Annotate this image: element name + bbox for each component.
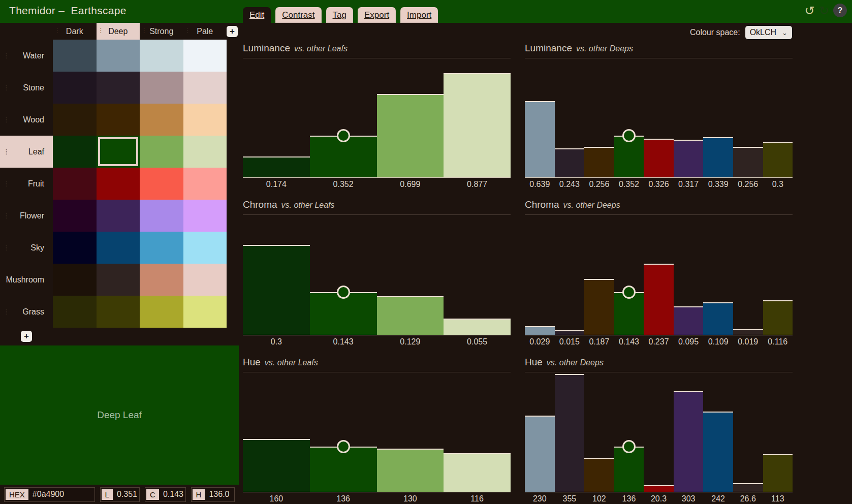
l-value[interactable]: 0.351 <box>113 490 137 499</box>
undo-icon[interactable]: ↺ <box>805 4 815 17</box>
drag-handle-icon[interactable]: ⋮ <box>3 116 10 123</box>
swatch-leaf-pale[interactable] <box>183 136 227 168</box>
h-value[interactable]: 136.0 <box>205 490 229 499</box>
drag-handle-icon[interactable]: ⋮ <box>141 27 147 34</box>
swatch-stone-strong[interactable] <box>140 72 183 104</box>
hex-field[interactable]: HEX #0a4900 <box>4 487 95 502</box>
swatch-mushroom-pale[interactable] <box>183 264 227 296</box>
tab-export[interactable]: Export <box>358 7 396 23</box>
swatch-water-strong[interactable] <box>140 40 183 72</box>
value-label-deep-sky: 0.109 <box>703 335 733 346</box>
value-label-deep-leaf: 0.143 <box>310 335 377 346</box>
swatch-sky-pale[interactable] <box>183 232 227 264</box>
row-label-text: Wood <box>23 115 44 124</box>
drag-handle-icon[interactable]: ⋮ <box>54 27 60 34</box>
swatch-flower-strong[interactable] <box>140 200 183 232</box>
drag-handle-icon[interactable]: ⋮ <box>3 148 10 155</box>
row-label-fruit[interactable]: ⋮Fruit <box>0 168 53 200</box>
row-label-mushroom[interactable]: ⋮Mushroom <box>0 264 53 296</box>
value-label-deep-leaf: 136 <box>310 492 377 503</box>
column-header-pale[interactable]: ⋮Pale <box>183 23 227 40</box>
selected-color-marker[interactable] <box>337 129 350 142</box>
swatch-sky-dark[interactable] <box>53 232 97 264</box>
tab-edit[interactable]: Edit <box>243 7 271 23</box>
column-header-dark[interactable]: ⋮Dark <box>53 23 97 40</box>
swatch-stone-pale[interactable] <box>183 72 227 104</box>
drag-handle-icon[interactable]: ⋮ <box>3 244 10 251</box>
swatch-mushroom-deep[interactable] <box>97 264 140 296</box>
drag-handle-icon[interactable]: ⋮ <box>98 27 104 34</box>
row-label-water[interactable]: ⋮Water <box>0 40 53 72</box>
swatch-sky-deep[interactable] <box>97 232 140 264</box>
swatch-mushroom-dark[interactable] <box>53 264 97 296</box>
row-label-grass[interactable]: ⋮Grass <box>0 296 53 328</box>
bar-deep-fruit <box>644 264 674 335</box>
c-value[interactable]: 0.143 <box>159 490 183 499</box>
selected-color-marker[interactable] <box>622 129 636 142</box>
drag-handle-icon[interactable]: ⋮ <box>3 180 10 187</box>
swatch-grass-pale[interactable] <box>183 296 227 328</box>
drag-handle-icon[interactable]: ⋮ <box>3 212 10 219</box>
swatch-wood-pale[interactable] <box>183 104 227 136</box>
bar-deep-sky <box>703 302 733 335</box>
selected-color-marker[interactable] <box>337 286 350 299</box>
selected-color-marker[interactable] <box>622 286 636 299</box>
swatch-flower-dark[interactable] <box>53 200 97 232</box>
hex-value[interactable]: #0a4900 <box>28 490 64 499</box>
swatch-grass-strong[interactable] <box>140 296 183 328</box>
swatch-leaf-dark[interactable] <box>53 136 97 168</box>
swatch-stone-dark[interactable] <box>53 72 97 104</box>
swatch-mushroom-strong[interactable] <box>140 264 183 296</box>
selected-color-marker[interactable] <box>337 440 350 453</box>
swatch-fruit-strong[interactable] <box>140 168 183 200</box>
topbar-icons: ↺ ↻ ? <box>805 4 847 17</box>
row-label-sky[interactable]: ⋮Sky <box>0 232 53 264</box>
swatch-water-dark[interactable] <box>53 40 97 72</box>
swatch-fruit-pale[interactable] <box>183 168 227 200</box>
swatch-water-pale[interactable] <box>183 40 227 72</box>
tab-contrast[interactable]: Contrast <box>275 7 321 23</box>
swatch-water-deep[interactable] <box>97 40 140 72</box>
drag-handle-icon[interactable]: ⋮ <box>3 276 10 284</box>
l-field[interactable]: L 0.351 <box>100 487 140 502</box>
drag-handle-icon[interactable]: ⋮ <box>3 52 10 59</box>
colour-space-select[interactable]: OkLCH ⌄ <box>745 25 793 40</box>
bar-deep-grass <box>763 142 793 177</box>
swatch-grass-deep[interactable] <box>97 296 140 328</box>
tab-tag[interactable]: Tag <box>326 7 353 23</box>
swatch-fruit-dark[interactable] <box>53 168 97 200</box>
add-column-button[interactable]: + <box>227 26 238 37</box>
bar-deep-mushroom <box>733 147 763 177</box>
column-header-deep[interactable]: ⋮Deep <box>97 23 140 40</box>
add-row-button[interactable]: + <box>21 331 32 342</box>
swatch-sky-strong[interactable] <box>140 232 183 264</box>
c-field[interactable]: C 0.143 <box>145 487 186 502</box>
redo-icon[interactable]: ↻ <box>819 4 829 17</box>
row-label-flower[interactable]: ⋮Flower <box>0 200 53 232</box>
swatch-fruit-deep[interactable] <box>97 168 140 200</box>
swatch-wood-deep[interactable] <box>97 104 140 136</box>
swatch-grass-dark[interactable] <box>53 296 97 328</box>
swatch-leaf-strong[interactable] <box>140 136 183 168</box>
bar-deep-water <box>525 101 555 177</box>
swatch-flower-deep[interactable] <box>97 200 140 232</box>
bar-dark-leaf <box>243 245 310 335</box>
row-label-stone[interactable]: ⋮Stone <box>0 72 53 104</box>
swatch-wood-strong[interactable] <box>140 104 183 136</box>
swatch-wood-dark[interactable] <box>53 104 97 136</box>
drag-handle-icon[interactable]: ⋮ <box>3 308 10 316</box>
swatch-stone-deep[interactable] <box>97 72 140 104</box>
swatch-flower-pale[interactable] <box>183 200 227 232</box>
bar-dark-leaf <box>243 439 310 492</box>
drag-handle-icon[interactable]: ⋮ <box>185 27 191 34</box>
swatch-leaf-deep[interactable] <box>97 136 140 168</box>
chart-title-sub: vs. other Leafs <box>294 44 348 54</box>
row-label-wood[interactable]: ⋮Wood <box>0 104 53 136</box>
selected-color-marker[interactable] <box>622 440 636 453</box>
tab-import[interactable]: Import <box>400 7 438 23</box>
column-header-strong[interactable]: ⋮Strong <box>140 23 183 40</box>
row-label-leaf[interactable]: ⋮Leaf <box>0 136 53 168</box>
drag-handle-icon[interactable]: ⋮ <box>3 84 10 91</box>
help-button[interactable]: ? <box>833 4 847 17</box>
h-field[interactable]: H 136.0 <box>191 487 235 502</box>
